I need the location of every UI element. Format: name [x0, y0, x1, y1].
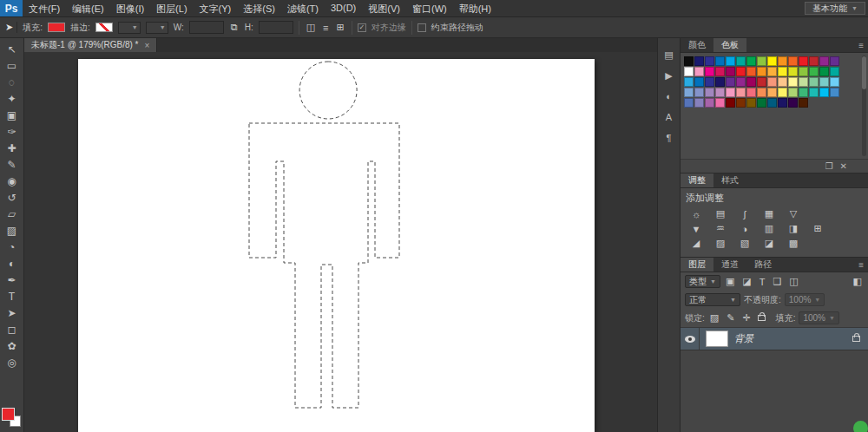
swatch-color[interactable] — [694, 77, 704, 87]
blur-tool[interactable]: ◔ — [0, 239, 23, 255]
swatch-color[interactable] — [746, 88, 756, 97]
layer-filter-dropdown[interactable]: 类型 ▼ — [685, 275, 720, 288]
swatch-color[interactable] — [788, 56, 798, 66]
panel-tab[interactable]: 通道 — [713, 258, 746, 272]
menu-item-4[interactable]: 图层(L) — [150, 0, 193, 16]
blend-mode-dropdown[interactable]: 正常 ▼ — [685, 293, 740, 306]
swatch-color[interactable] — [799, 77, 808, 87]
type-tool[interactable]: T — [0, 288, 23, 304]
menu-item-9[interactable]: 视图(V) — [362, 0, 406, 16]
swatch-color[interactable] — [694, 56, 704, 66]
swatch-color[interactable] — [830, 67, 839, 76]
link-dimensions-icon[interactable]: ⧉ — [229, 22, 240, 33]
layer-filter-icon[interactable]: ❑ — [771, 276, 783, 287]
swatch-color[interactable] — [715, 98, 725, 108]
swatch-color[interactable] — [726, 88, 735, 97]
swatch-color[interactable] — [736, 56, 746, 66]
swatch-color[interactable] — [819, 56, 829, 66]
swatch-color[interactable] — [778, 88, 787, 97]
swatches-scrollbar[interactable] — [862, 56, 866, 156]
zoom-tool[interactable]: ◎ — [0, 354, 23, 370]
adjustment-icon[interactable]: ⊞ — [807, 222, 828, 235]
swatch-color[interactable] — [736, 88, 746, 97]
swatch-color[interactable] — [809, 67, 819, 76]
path-arrange-icon[interactable]: ≡ — [321, 23, 330, 33]
panel-tab[interactable]: 路径 — [746, 258, 779, 272]
lock-all-icon[interactable] — [758, 315, 766, 321]
properties-panel-icon[interactable]: ◐ — [660, 87, 679, 106]
swatch-color[interactable] — [830, 77, 839, 87]
stroke-width-dropdown[interactable]: ▼ — [118, 22, 141, 34]
path-arrange-icon[interactable]: ◫ — [305, 22, 317, 33]
panel-menu-icon[interactable]: ≡ — [854, 38, 868, 52]
swatch-color[interactable] — [726, 56, 735, 66]
swatch-color[interactable] — [830, 88, 839, 97]
workspace-switcher-button[interactable]: 基本功能 ▼ — [805, 2, 865, 15]
swatch-color[interactable] — [799, 56, 808, 66]
marquee-tool[interactable]: ▭ — [0, 57, 23, 74]
delete-swatch-icon[interactable]: ✕ — [840, 161, 847, 171]
pen-tool[interactable]: ✒ — [0, 272, 23, 288]
menu-item-3[interactable]: 图像(I) — [110, 0, 150, 16]
adjustment-icon[interactable]: ◢ — [686, 237, 707, 250]
swatch-color[interactable] — [705, 67, 714, 76]
swatch-color[interactable] — [788, 77, 798, 87]
swatch-color[interactable] — [757, 67, 766, 76]
quick-selection-tool[interactable]: ✦ — [0, 90, 23, 107]
swatch-color[interactable] — [726, 67, 735, 76]
menu-item-7[interactable]: 滤镜(T) — [281, 0, 325, 16]
panel-tab[interactable]: 图层 — [681, 258, 713, 272]
panel-tab[interactable]: 样式 — [713, 173, 746, 187]
eyedropper-tool[interactable]: ✑ — [0, 123, 23, 140]
swatch-color[interactable] — [746, 77, 756, 87]
swatch-color[interactable] — [757, 98, 766, 108]
swatch-color[interactable] — [746, 56, 756, 66]
layer-row-background[interactable]: 背景 — [681, 328, 868, 350]
swatch-color[interactable] — [736, 98, 746, 108]
swatch-color[interactable] — [726, 77, 735, 87]
swatch-color[interactable] — [694, 88, 704, 97]
clone-stamp-tool[interactable]: ◉ — [0, 173, 23, 189]
swatch-color[interactable] — [705, 77, 714, 87]
swatch-color[interactable] — [809, 88, 819, 97]
layer-filter-icon[interactable]: ▣ — [724, 276, 736, 287]
swatch-color[interactable] — [778, 67, 787, 76]
document-tab[interactable]: 未标题-1 @ 179%(RGB/8) * × — [24, 38, 157, 52]
swatch-color[interactable] — [736, 77, 746, 87]
gradient-tool[interactable]: ▨ — [0, 222, 23, 239]
height-input[interactable] — [259, 21, 293, 34]
layer-filter-icon[interactable]: ◫ — [787, 276, 799, 287]
swatch-color[interactable] — [767, 88, 777, 97]
paragraph-panel-icon[interactable]: ¶ — [660, 128, 679, 147]
swatch-color[interactable] — [799, 67, 808, 76]
menu-item-8[interactable]: 3D(D) — [325, 0, 362, 16]
swatch-color[interactable] — [684, 88, 694, 97]
panel-tab[interactable]: 调整 — [681, 173, 713, 187]
lock-button-icon[interactable]: ✛ — [740, 312, 752, 324]
new-swatch-icon[interactable]: ❐ — [825, 161, 833, 171]
character-panel-icon[interactable]: A — [660, 108, 679, 127]
stroke-style-dropdown[interactable]: ▼ — [146, 22, 168, 34]
swatch-color[interactable] — [705, 56, 714, 66]
fill-color-swatch[interactable] — [48, 23, 65, 32]
path-selection-tool[interactable]: ➤ — [0, 304, 23, 321]
swatch-color[interactable] — [757, 88, 766, 97]
swatch-color[interactable] — [788, 67, 798, 76]
scrollbar-thumb[interactable] — [862, 56, 866, 89]
layer-filter-icon[interactable]: T — [758, 277, 767, 287]
swatch-color[interactable] — [778, 98, 787, 108]
swatch-color[interactable] — [715, 67, 725, 76]
lock-button-icon[interactable]: ✎ — [725, 312, 736, 324]
panel-menu-icon[interactable]: ≡ — [854, 258, 868, 272]
swatch-color[interactable] — [767, 98, 777, 108]
swatch-color[interactable] — [799, 98, 808, 108]
menu-item-5[interactable]: 文字(Y) — [194, 0, 238, 16]
lock-button-icon[interactable]: ▨ — [708, 312, 720, 324]
swatch-color[interactable] — [809, 56, 819, 66]
adjustment-icon[interactable]: ▽ — [783, 207, 804, 220]
swatch-color[interactable] — [684, 56, 694, 66]
adjustment-icon[interactable]: ▦ — [759, 207, 779, 220]
swatch-color[interactable] — [705, 88, 714, 97]
menu-item-2[interactable]: 编辑(E) — [66, 0, 110, 16]
swatch-color[interactable] — [684, 67, 694, 76]
